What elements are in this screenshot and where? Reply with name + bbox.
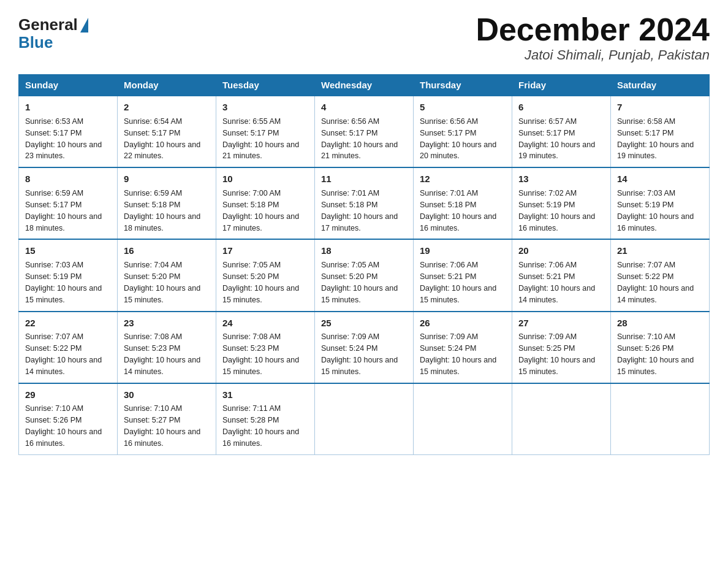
- table-row: 21Sunrise: 7:07 AMSunset: 5:22 PMDayligh…: [611, 239, 710, 311]
- table-row: 18Sunrise: 7:05 AMSunset: 5:20 PMDayligh…: [315, 239, 414, 311]
- day-info: Sunrise: 6:57 AMSunset: 5:17 PMDaylight:…: [518, 117, 595, 161]
- table-row: 28Sunrise: 7:10 AMSunset: 5:26 PMDayligh…: [611, 312, 710, 383]
- day-number: 4: [321, 101, 407, 114]
- table-row: 31Sunrise: 7:11 AMSunset: 5:28 PMDayligh…: [216, 383, 315, 455]
- day-number: 27: [518, 316, 604, 330]
- calendar-week-row: 29Sunrise: 7:10 AMSunset: 5:26 PMDayligh…: [19, 383, 710, 455]
- day-info: Sunrise: 7:10 AMSunset: 5:26 PMDaylight:…: [25, 404, 102, 448]
- table-row: 23Sunrise: 7:08 AMSunset: 5:23 PMDayligh…: [118, 312, 216, 383]
- table-row: 22Sunrise: 7:07 AMSunset: 5:22 PMDayligh…: [19, 312, 118, 383]
- table-row: 14Sunrise: 7:03 AMSunset: 5:19 PMDayligh…: [611, 167, 710, 239]
- table-row: 9Sunrise: 6:59 AMSunset: 5:18 PMDaylight…: [118, 167, 216, 239]
- day-info: Sunrise: 6:58 AMSunset: 5:17 PMDaylight:…: [617, 117, 694, 161]
- col-sunday: Sunday: [19, 75, 118, 96]
- calendar-week-row: 22Sunrise: 7:07 AMSunset: 5:22 PMDayligh…: [19, 312, 710, 383]
- day-info: Sunrise: 7:03 AMSunset: 5:19 PMDaylight:…: [617, 189, 694, 232]
- day-number: 31: [222, 388, 308, 402]
- calendar-week-row: 1Sunrise: 6:53 AMSunset: 5:17 PMDaylight…: [19, 96, 710, 167]
- table-row: [611, 383, 710, 455]
- day-number: 30: [124, 388, 210, 402]
- calendar-header-row: Sunday Monday Tuesday Wednesday Thursday…: [19, 75, 710, 96]
- day-info: Sunrise: 7:11 AMSunset: 5:28 PMDaylight:…: [222, 404, 299, 448]
- logo-blue-text: Blue: [18, 34, 88, 52]
- day-number: 3: [222, 101, 308, 114]
- location-subtitle: Jatoi Shimali, Punjab, Pakistan: [476, 47, 710, 63]
- table-row: 19Sunrise: 7:06 AMSunset: 5:21 PMDayligh…: [414, 239, 512, 311]
- day-number: 26: [420, 316, 506, 330]
- table-row: 7Sunrise: 6:58 AMSunset: 5:17 PMDaylight…: [611, 96, 710, 167]
- day-number: 15: [25, 244, 111, 258]
- day-number: 9: [124, 172, 210, 186]
- table-row: 1Sunrise: 6:53 AMSunset: 5:17 PMDaylight…: [19, 96, 118, 167]
- day-info: Sunrise: 7:01 AMSunset: 5:18 PMDaylight:…: [321, 189, 398, 232]
- table-row: 5Sunrise: 6:56 AMSunset: 5:17 PMDaylight…: [414, 96, 512, 167]
- logo: General Blue: [18, 16, 88, 51]
- day-number: 20: [518, 244, 604, 258]
- table-row: [315, 383, 414, 455]
- day-number: 8: [25, 172, 111, 186]
- day-info: Sunrise: 6:55 AMSunset: 5:17 PMDaylight:…: [222, 117, 299, 161]
- page-header: General Blue December 2024 Jatoi Shimali…: [18, 12, 710, 63]
- day-number: 16: [124, 244, 210, 258]
- col-tuesday: Tuesday: [216, 75, 315, 96]
- day-number: 25: [321, 316, 407, 330]
- table-row: 12Sunrise: 7:01 AMSunset: 5:18 PMDayligh…: [414, 167, 512, 239]
- table-row: [512, 383, 611, 455]
- month-year-title: December 2024: [476, 12, 710, 47]
- day-info: Sunrise: 6:56 AMSunset: 5:17 PMDaylight:…: [321, 117, 398, 161]
- day-number: 11: [321, 172, 407, 186]
- table-row: 17Sunrise: 7:05 AMSunset: 5:20 PMDayligh…: [216, 239, 315, 311]
- day-info: Sunrise: 7:08 AMSunset: 5:23 PMDaylight:…: [222, 332, 299, 376]
- day-number: 22: [25, 316, 111, 330]
- day-number: 14: [617, 172, 703, 186]
- logo-triangle-icon: [80, 18, 88, 33]
- col-monday: Monday: [118, 75, 216, 96]
- day-info: Sunrise: 7:06 AMSunset: 5:21 PMDaylight:…: [420, 261, 496, 304]
- table-row: 4Sunrise: 6:56 AMSunset: 5:17 PMDaylight…: [315, 96, 414, 167]
- day-number: 19: [420, 244, 506, 258]
- col-saturday: Saturday: [611, 75, 710, 96]
- day-info: Sunrise: 7:09 AMSunset: 5:24 PMDaylight:…: [420, 332, 496, 376]
- day-info: Sunrise: 6:53 AMSunset: 5:17 PMDaylight:…: [25, 117, 102, 161]
- calendar-table: Sunday Monday Tuesday Wednesday Thursday…: [18, 74, 710, 455]
- table-row: 3Sunrise: 6:55 AMSunset: 5:17 PMDaylight…: [216, 96, 315, 167]
- day-info: Sunrise: 7:02 AMSunset: 5:19 PMDaylight:…: [518, 189, 595, 232]
- col-friday: Friday: [512, 75, 611, 96]
- day-info: Sunrise: 7:03 AMSunset: 5:19 PMDaylight:…: [25, 261, 102, 304]
- day-number: 12: [420, 172, 506, 186]
- day-number: 24: [222, 316, 308, 330]
- day-info: Sunrise: 7:07 AMSunset: 5:22 PMDaylight:…: [25, 332, 102, 376]
- day-info: Sunrise: 7:07 AMSunset: 5:22 PMDaylight:…: [617, 261, 694, 304]
- day-number: 29: [25, 388, 111, 402]
- table-row: 26Sunrise: 7:09 AMSunset: 5:24 PMDayligh…: [414, 312, 512, 383]
- day-info: Sunrise: 7:08 AMSunset: 5:23 PMDaylight:…: [124, 332, 200, 376]
- calendar-week-row: 15Sunrise: 7:03 AMSunset: 5:19 PMDayligh…: [19, 239, 710, 311]
- day-info: Sunrise: 6:59 AMSunset: 5:17 PMDaylight:…: [25, 189, 102, 232]
- day-number: 7: [617, 101, 703, 114]
- day-number: 5: [420, 101, 506, 114]
- day-number: 13: [518, 172, 604, 186]
- table-row: 10Sunrise: 7:00 AMSunset: 5:18 PMDayligh…: [216, 167, 315, 239]
- table-row: 6Sunrise: 6:57 AMSunset: 5:17 PMDaylight…: [512, 96, 611, 167]
- day-info: Sunrise: 7:10 AMSunset: 5:27 PMDaylight:…: [124, 404, 200, 448]
- day-number: 28: [617, 316, 703, 330]
- day-number: 2: [124, 101, 210, 114]
- col-wednesday: Wednesday: [315, 75, 414, 96]
- day-info: Sunrise: 7:05 AMSunset: 5:20 PMDaylight:…: [321, 261, 398, 304]
- table-row: 27Sunrise: 7:09 AMSunset: 5:25 PMDayligh…: [512, 312, 611, 383]
- day-number: 21: [617, 244, 703, 258]
- table-row: 30Sunrise: 7:10 AMSunset: 5:27 PMDayligh…: [118, 383, 216, 455]
- logo-general-text: General: [18, 16, 78, 34]
- table-row: 15Sunrise: 7:03 AMSunset: 5:19 PMDayligh…: [19, 239, 118, 311]
- day-info: Sunrise: 7:10 AMSunset: 5:26 PMDaylight:…: [617, 332, 694, 376]
- day-info: Sunrise: 6:56 AMSunset: 5:17 PMDaylight:…: [420, 117, 496, 161]
- day-info: Sunrise: 7:05 AMSunset: 5:20 PMDaylight:…: [222, 261, 299, 304]
- day-info: Sunrise: 6:59 AMSunset: 5:18 PMDaylight:…: [124, 189, 200, 232]
- day-number: 10: [222, 172, 308, 186]
- table-row: 11Sunrise: 7:01 AMSunset: 5:18 PMDayligh…: [315, 167, 414, 239]
- day-number: 6: [518, 101, 604, 114]
- table-row: 16Sunrise: 7:04 AMSunset: 5:20 PMDayligh…: [118, 239, 216, 311]
- calendar-week-row: 8Sunrise: 6:59 AMSunset: 5:17 PMDaylight…: [19, 167, 710, 239]
- day-number: 17: [222, 244, 308, 258]
- table-row: 13Sunrise: 7:02 AMSunset: 5:19 PMDayligh…: [512, 167, 611, 239]
